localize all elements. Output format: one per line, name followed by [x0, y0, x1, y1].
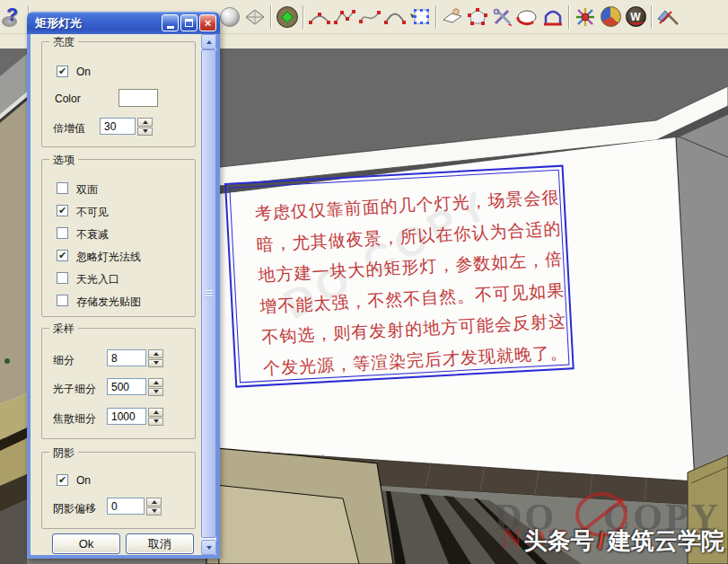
group-brightness: 亮度 ✔ On Color 倍增值 30 [41, 41, 196, 147]
minimize-icon [167, 26, 174, 29]
arch-icon[interactable] [540, 4, 566, 30]
vray-sphere-icon[interactable] [598, 4, 623, 30]
option-skylight-portal-label: 天光入口 [76, 272, 119, 287]
arc-points-icon[interactable] [307, 4, 332, 30]
option-no-decay-checkbox[interactable] [57, 227, 68, 239]
wall-note-inner-frame: 考虑仅仅靠前面的几个灯光，场景会很 暗，尤其做夜景，所以在你认为合适的 地方建一… [229, 170, 569, 383]
option-store-illum-map-checkbox[interactable] [57, 295, 68, 306]
ellipse-icon[interactable] [515, 4, 540, 30]
group-sampling: 采样 细分 8 光子细分 500 焦散细分 1000 [41, 328, 196, 439]
dialog-titlebar[interactable]: 矩形灯光 × [27, 12, 220, 34]
axe-icon[interactable] [655, 4, 680, 30]
help-icon[interactable]: ? [0, 4, 25, 30]
brightness-on-label: On [76, 66, 91, 78]
omni-light-icon[interactable] [275, 4, 300, 30]
burst-icon[interactable] [573, 4, 598, 30]
photon-subdivs-label: 光子细分 [53, 382, 96, 397]
cancel-button[interactable]: 取消 [126, 533, 194, 554]
dialog-scrollbar[interactable] [201, 34, 216, 555]
shadows-on-checkbox[interactable]: ✔ [57, 474, 68, 486]
w-sphere-icon[interactable]: W [623, 4, 648, 30]
dialog-client: 亮度 ✔ On Color 倍增值 30 选项 双面 ✔ 不可见 不衰减 ✔ 忽… [31, 34, 216, 555]
subdivs-label: 细分 [53, 353, 75, 368]
scroll-down-button[interactable] [201, 540, 216, 555]
group-sampling-label: 采样 [49, 322, 78, 337]
multiplier-label: 倍增值 [53, 121, 85, 137]
polygon-points-icon[interactable] [465, 4, 490, 30]
photon-subdivs-spinner[interactable] [148, 378, 163, 396]
scroll-up-icon [206, 40, 212, 44]
select-rect-icon[interactable] [408, 4, 433, 30]
option-invisible-checkbox[interactable]: ✔ [57, 205, 68, 216]
photon-subdivs-input[interactable]: 500 [107, 378, 146, 395]
option-store-illum-map-label: 存储发光贴图 [76, 295, 141, 310]
toolbar-separator [435, 5, 437, 29]
polyline-points-icon[interactable] [332, 4, 357, 30]
close-icon: × [205, 17, 212, 29]
scrollbar-thumb[interactable] [201, 49, 216, 538]
group-brightness-label: 亮度 [49, 35, 78, 50]
toolbar-separator [651, 5, 653, 29]
group-shadows-label: 阴影 [49, 445, 78, 461]
caustic-subdivs-spinner[interactable] [148, 408, 163, 426]
shadow-bias-label: 阴影偏移 [53, 501, 96, 516]
ok-button[interactable]: Ok [52, 533, 120, 554]
shadow-bias-spinner[interactable] [146, 498, 162, 516]
prism-tool-icon[interactable] [242, 4, 268, 30]
option-double-sided-label: 双面 [76, 182, 98, 198]
multiplier-spinner[interactable] [137, 118, 153, 136]
brand-text: 头条号/建筑云学院 [524, 525, 724, 557]
edit-tools-icon[interactable] [490, 4, 515, 30]
scroll-down-icon [206, 546, 212, 550]
watermark: DOCOPY NOT 头条号/建筑云学院 [491, 496, 726, 560]
option-double-sided-checkbox[interactable] [57, 182, 68, 194]
multiplier-input[interactable]: 30 [100, 118, 136, 135]
minimize-button[interactable] [162, 14, 179, 31]
color-swatch[interactable] [118, 89, 158, 107]
brightness-on-checkbox[interactable]: ✔ [57, 66, 68, 77]
toolbar-separator [303, 5, 304, 29]
close-button[interactable]: × [199, 14, 216, 31]
arc-icon[interactable] [382, 4, 408, 30]
caustic-subdivs-label: 焦散细分 [53, 411, 96, 427]
spline-icon[interactable] [357, 4, 382, 30]
left-wall-strip [0, 54, 27, 564]
toolbar-separator [568, 5, 570, 29]
subdivs-input[interactable]: 8 [107, 349, 146, 366]
maximize-button[interactable] [180, 14, 197, 31]
wall-note-frame: 考虑仅仅靠前面的几个灯光，场景会很 暗，尤其做夜景，所以在你认为合适的 地方建一… [224, 165, 575, 388]
dialog-title: 矩形灯光 [35, 15, 160, 31]
color-label: Color [55, 93, 81, 105]
group-options: 选项 双面 ✔ 不可见 不衰减 ✔ 忽略灯光法线 天光入口 存储发光贴图 [41, 159, 196, 317]
dialog-body: 亮度 ✔ On Color 倍增值 30 选项 双面 ✔ 不可见 不衰减 ✔ 忽… [27, 34, 220, 559]
option-invisible-label: 不可见 [76, 205, 109, 220]
subdivs-spinner[interactable] [148, 349, 163, 367]
shadow-bias-input[interactable]: 0 [107, 498, 145, 515]
scroll-up-button[interactable] [201, 34, 216, 49]
sphere-tool-icon[interactable] [217, 4, 242, 30]
option-ignore-normals-label: 忽略灯光法线 [76, 250, 141, 265]
toolbar-separator [270, 5, 272, 29]
option-ignore-normals-checkbox[interactable]: ✔ [57, 250, 68, 261]
option-no-decay-label: 不衰减 [76, 227, 109, 242]
group-options-label: 选项 [49, 153, 78, 168]
shadows-on-label: On [76, 474, 91, 487]
caustic-subdivs-input[interactable]: 1000 [107, 408, 146, 425]
plane-push-icon[interactable] [440, 4, 465, 30]
group-shadows: 阴影 ✔ On 阴影偏移 0 [41, 452, 196, 529]
dialog-rect-light: 矩形灯光 × 亮度 ✔ On Color 倍增值 30 选项 双面 ✔ [27, 12, 220, 559]
maximize-icon [185, 19, 193, 27]
option-skylight-portal-checkbox[interactable] [57, 272, 68, 284]
